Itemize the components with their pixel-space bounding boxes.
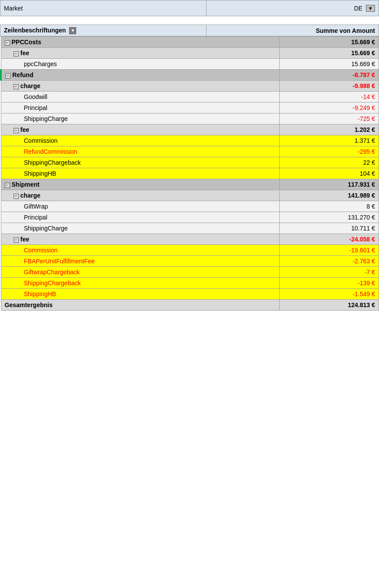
col1-header-text: Zeilenbeschriftungen xyxy=(4,27,66,34)
table-row: Principal131.270 € xyxy=(1,212,379,223)
row-label-text: PPCCosts xyxy=(12,39,42,46)
table-row: GiftWrap8 € xyxy=(1,201,379,212)
expand-icon[interactable]: − xyxy=(14,84,19,89)
filter-label-text: Market xyxy=(4,5,23,12)
row-amount: 10.711 € xyxy=(280,223,379,234)
filter-label: Market xyxy=(0,0,207,16)
expand-icon[interactable]: − xyxy=(14,194,19,199)
table-row: ShippingChargeback22 € xyxy=(1,157,379,168)
row-label-text: Commission xyxy=(24,247,58,254)
table-row: Goodwill-14 € xyxy=(1,92,379,103)
row-amount: -8.787 € xyxy=(280,70,379,81)
row-amount: -725 € xyxy=(280,113,379,124)
total-row: Gesamtergebnis 124.813 € xyxy=(1,300,379,311)
table-row: ppcCharges15.669 € xyxy=(1,59,379,70)
col2-header-text: Summe von Amount xyxy=(316,27,375,34)
table-row: ShippingHB-1.549 € xyxy=(1,289,379,300)
row-label-text: ShippingChargeback xyxy=(24,159,81,166)
table-row: −fee1.202 € xyxy=(1,124,379,135)
filter-value-text: DE xyxy=(354,5,362,12)
table-row: ShippingCharge10.711 € xyxy=(1,223,379,234)
row-label-text: ShippingHB xyxy=(24,170,56,177)
table-row: −charge-9.988 € xyxy=(1,81,379,92)
row-label: ShippingCharge xyxy=(1,223,280,234)
row-label-text: Shipment xyxy=(12,181,40,188)
row-label: Commission xyxy=(1,135,280,146)
row-label: −fee xyxy=(1,234,280,245)
table-row: −fee-24.058 € xyxy=(1,234,379,245)
row-amount: -9.249 € xyxy=(280,103,379,113)
row-label: −Refund xyxy=(1,70,280,81)
row-label-text: GiftwrapChargeback xyxy=(24,269,80,276)
table-row: GiftwrapChargeback-7 € xyxy=(1,267,379,278)
column-filter-icon[interactable]: ▼ xyxy=(69,27,76,34)
row-label: ShippingHB xyxy=(1,289,280,300)
table-row: ShippingHB104 € xyxy=(1,168,379,179)
row-amount: 15.669 € xyxy=(280,48,379,59)
col-header-amount: Summe von Amount xyxy=(207,25,379,36)
row-amount: -139 € xyxy=(280,278,379,289)
row-label: Goodwill xyxy=(1,92,280,103)
filter-row: Market DE ▼ xyxy=(0,0,379,16)
row-label-text: Goodwill xyxy=(24,93,48,100)
row-label: −Shipment xyxy=(1,179,280,190)
expand-icon[interactable]: − xyxy=(14,51,19,57)
row-amount: -295 € xyxy=(280,146,379,157)
row-label: −fee xyxy=(1,124,280,135)
row-amount: 117.931 € xyxy=(280,179,379,190)
row-label: ShippingCharge xyxy=(1,113,280,124)
row-amount: -9.988 € xyxy=(280,81,379,92)
header-row: Zeilenbeschriftungen ▼ Summe von Amount xyxy=(0,25,379,36)
table-row: −Shipment117.931 € xyxy=(1,179,379,190)
row-label: −PPCCosts xyxy=(1,37,280,48)
row-amount: -24.058 € xyxy=(280,234,379,245)
row-label-text: ShippingChargeback xyxy=(24,280,81,287)
total-amount: 124.813 € xyxy=(280,300,379,311)
row-label-text: Commission xyxy=(24,137,58,144)
row-label-text: ppcCharges xyxy=(24,60,57,67)
filter-value-cell: DE ▼ xyxy=(207,0,379,16)
table-row: ShippingChargeback-139 € xyxy=(1,278,379,289)
row-amount: -19.601 € xyxy=(280,245,379,256)
expand-icon[interactable]: − xyxy=(14,128,19,133)
expand-icon[interactable]: − xyxy=(14,237,19,243)
row-label: RefundCommission xyxy=(1,146,280,157)
table-row: Principal-9.249 € xyxy=(1,103,379,113)
row-amount: -1.549 € xyxy=(280,289,379,300)
row-label-text: ShippingHB xyxy=(24,290,56,298)
row-label: ShippingChargeback xyxy=(1,157,280,168)
row-label: FBAPerUnitFulfillmentFee xyxy=(1,256,280,267)
table-row: Commission1.371 € xyxy=(1,135,379,146)
row-label-text: ShippingCharge xyxy=(24,115,68,122)
row-label: Principal xyxy=(1,212,280,223)
filter-button[interactable]: ▼ xyxy=(366,5,375,12)
row-label-text: GiftWrap xyxy=(24,203,48,210)
row-label-text: FBAPerUnitFulfillmentFee xyxy=(24,258,95,265)
expand-icon[interactable]: − xyxy=(5,183,10,188)
table-row: −fee15.669 € xyxy=(1,48,379,59)
row-amount: 1.371 € xyxy=(280,135,379,146)
row-label: ShippingHB xyxy=(1,168,280,179)
row-label: ppcCharges xyxy=(1,59,280,70)
row-label: GiftwrapChargeback xyxy=(1,267,280,278)
row-label: −fee xyxy=(1,48,280,59)
spacer-row xyxy=(0,16,379,25)
row-label-text: Refund xyxy=(12,71,33,78)
pivot-table: Market DE ▼ Zeilenbeschriftungen ▼ Summe… xyxy=(0,0,379,36)
table-row: FBAPerUnitFulfillmentFee-2.763 € xyxy=(1,256,379,267)
row-amount: 131.270 € xyxy=(280,212,379,223)
expand-icon[interactable]: − xyxy=(5,73,11,78)
col-header-label: Zeilenbeschriftungen ▼ xyxy=(0,25,207,36)
row-label-text: charge xyxy=(21,192,41,199)
expand-icon[interactable]: − xyxy=(5,40,10,46)
data-table: −PPCCosts15.669 €−fee15.669 €ppcCharges1… xyxy=(0,36,379,311)
table-row: −PPCCosts15.669 € xyxy=(1,37,379,48)
table-row: ShippingCharge-725 € xyxy=(1,113,379,124)
row-amount: -7 € xyxy=(280,267,379,278)
row-amount: 8 € xyxy=(280,201,379,212)
row-label: GiftWrap xyxy=(1,201,280,212)
table-row: Commission-19.601 € xyxy=(1,245,379,256)
row-label-text: fee xyxy=(21,236,29,243)
row-label-text: fee xyxy=(21,50,29,57)
row-amount: 15.669 € xyxy=(280,59,379,70)
